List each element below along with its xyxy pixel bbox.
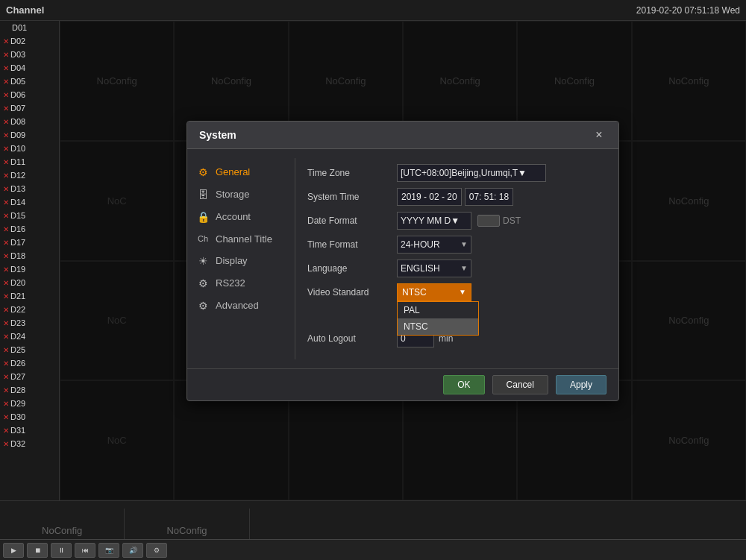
x-mark: ✕ — [3, 198, 9, 207]
channel-item-d14: ✕D14 — [0, 195, 59, 209]
dateformat-label: Date Format — [307, 215, 397, 226]
channel-name: D24 — [10, 332, 25, 341]
channel-item-d16: ✕D16 — [0, 222, 59, 236]
nav-label-general: General — [216, 166, 250, 177]
time-part[interactable]: 07: 51: 18 — [465, 188, 513, 206]
x-mark: ✕ — [3, 279, 9, 287]
channel-name: D05 — [10, 77, 25, 86]
channel-item-d04: ✕D04 — [0, 61, 59, 75]
dialog-header: System × — [187, 122, 618, 149]
x-mark: ✕ — [3, 131, 9, 139]
channel-name: D01 — [12, 23, 27, 32]
channel-name: D28 — [10, 386, 25, 394]
x-mark: ✕ — [3, 225, 9, 233]
ok-button[interactable]: OK — [443, 375, 484, 394]
channel-item-d29: ✕D29 — [0, 397, 59, 410]
x-mark: ✕ — [3, 292, 9, 301]
videostandard-label: Video Standard — [307, 287, 397, 298]
cancel-button[interactable]: Cancel — [492, 375, 548, 394]
nav-label-advanced: Advanced — [216, 300, 259, 311]
option-pal[interactable]: PAL — [398, 302, 478, 318]
storage-icon: 🗄 — [196, 189, 210, 201]
channel-item-d06: ✕D06 — [0, 88, 59, 101]
systemtime-label: System Time — [307, 192, 397, 202]
apply-button[interactable]: Apply — [556, 375, 606, 394]
channel-name: D10 — [10, 144, 25, 153]
channel-item-d15: ✕D15 — [0, 209, 59, 222]
x-mark: ✕ — [3, 427, 9, 435]
timezone-select[interactable]: [UTC+08:00]Beijing,Urumqi,T▼ — [397, 164, 546, 182]
toolbar-btn-6[interactable]: 🔊 — [122, 543, 143, 558]
channel-name: D12 — [10, 171, 25, 180]
channel-name: D26 — [10, 359, 25, 368]
channel-item-d18: ✕D18 — [0, 249, 59, 262]
autologout-label: Auto Logout — [307, 333, 397, 344]
nav-item-advanced[interactable]: ⚙ Advanced — [187, 295, 295, 317]
language-arrow: ▼ — [460, 264, 468, 272]
channel-name: D20 — [10, 278, 25, 287]
timeformat-select[interactable]: 24-HOUR ▼ — [397, 236, 471, 254]
x-mark: ✕ — [3, 172, 9, 180]
channel-item-d19: ✕D19 — [0, 262, 59, 276]
channel-list: D01✕D02✕D03✕D04✕D05✕D06✕D07✕D08✕D09✕D10✕… — [0, 21, 60, 521]
nav-label-storage: Storage — [216, 189, 250, 200]
nav-label-rs232: RS232 — [216, 277, 245, 289]
modal-overlay: System × ⚙ General 🗄 Storage 🔒 — [60, 21, 746, 500]
videostandard-wrapper: NTSC ▼ PAL NTSC — [397, 283, 471, 301]
channel-name: D07 — [10, 104, 25, 113]
dialog-body: ⚙ General 🗄 Storage 🔒 Account Ch Channel… — [187, 149, 618, 368]
timezone-value: [UTC+08:00]Beijing,Urumqi,T▼ — [401, 168, 527, 178]
channel-item-d03: ✕D03 — [0, 48, 59, 61]
channel-item-d09: ✕D09 — [0, 128, 59, 142]
nav-item-rs232[interactable]: ⚙ RS232 — [187, 272, 295, 295]
channel-item-d23: ✕D23 — [0, 316, 59, 330]
toolbar-btn-1[interactable]: ▶ — [3, 543, 24, 558]
nav-item-storage[interactable]: 🗄 Storage — [187, 183, 295, 206]
nav-item-channel-title[interactable]: Ch Channel Title — [187, 228, 295, 250]
timezone-row: Time Zone [UTC+08:00]Beijing,Urumqi,T▼ — [307, 164, 606, 182]
toolbar-btn-7[interactable]: ⚙ — [146, 543, 167, 558]
toolbar-btn-2[interactable]: ⏹ — [27, 543, 48, 558]
x-mark: ✕ — [3, 239, 9, 247]
systemtime-row: System Time 2019 - 02 - 20 07: 51: 18 — [307, 188, 606, 206]
x-mark: ✕ — [3, 319, 9, 327]
x-mark: ✕ — [3, 158, 9, 166]
channel-item-d02: ✕D02 — [0, 34, 59, 48]
x-mark: ✕ — [3, 104, 9, 113]
dateformat-row: Date Format YYYY MM D▼ DST — [307, 212, 606, 230]
toolbar-btn-3[interactable]: ⏸ — [51, 543, 72, 558]
toolbar-btn-5[interactable]: 📷 — [98, 543, 119, 558]
x-mark: ✕ — [3, 440, 9, 448]
language-select[interactable]: ENGLISH ▼ — [397, 259, 471, 277]
dateformat-select[interactable]: YYYY MM D▼ — [397, 212, 471, 230]
toolbar-btn-4[interactable]: ⏮ — [75, 543, 95, 558]
videostandard-dropdown: PAL NTSC — [397, 301, 479, 336]
language-row: Language ENGLISH ▼ — [307, 259, 606, 277]
nav-label-account: Account — [216, 211, 251, 222]
datetime-display: 2019-02-20 07:51:18 Wed — [636, 5, 740, 16]
x-mark: ✕ — [3, 252, 9, 260]
channel-name: D32 — [10, 439, 25, 448]
close-button[interactable]: × — [592, 128, 606, 142]
channel-item-d27: ✕D27 — [0, 370, 59, 383]
nav-item-account[interactable]: 🔒 Account — [187, 206, 295, 228]
channel-item-d26: ✕D26 — [0, 356, 59, 370]
channel-name: D16 — [10, 224, 25, 233]
dvr-screen: Channel 2019-02-20 07:51:18 Wed D01✕D02✕… — [0, 0, 746, 560]
account-icon: 🔒 — [196, 211, 210, 223]
channel-name: D15 — [10, 211, 25, 220]
nav-item-general[interactable]: ⚙ General — [187, 161, 295, 183]
x-mark: ✕ — [3, 359, 9, 368]
option-ntsc[interactable]: NTSC — [398, 318, 478, 335]
date-part[interactable]: 2019 - 02 - 20 — [397, 188, 462, 206]
datetime-group: 2019 - 02 - 20 07: 51: 18 — [397, 188, 513, 206]
x-mark: ✕ — [3, 413, 9, 421]
nav-item-display[interactable]: ☀ Display — [187, 250, 295, 272]
x-mark: ✕ — [3, 78, 9, 86]
x-mark: ✕ — [3, 51, 9, 59]
advanced-icon: ⚙ — [196, 300, 210, 312]
channel-name: D31 — [10, 426, 25, 435]
channel-name: D04 — [10, 63, 25, 72]
videostandard-selected[interactable]: NTSC ▼ — [397, 283, 471, 301]
dst-checkbox[interactable] — [477, 215, 500, 227]
